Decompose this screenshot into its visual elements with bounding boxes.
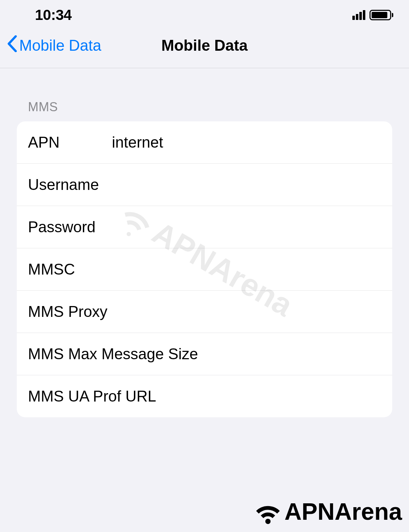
apn-row[interactable]: APN [17, 121, 392, 164]
mms-proxy-label: MMS Proxy [28, 303, 112, 320]
username-label: Username [28, 176, 112, 193]
back-label: Mobile Data [19, 37, 101, 54]
battery-icon [369, 10, 393, 20]
username-input[interactable] [112, 176, 392, 193]
apn-input[interactable] [112, 134, 392, 151]
chevron-left-icon [7, 35, 17, 55]
back-button[interactable]: Mobile Data [7, 35, 101, 55]
mmsc-label: MMSC [28, 261, 112, 278]
password-row[interactable]: Password [17, 206, 392, 248]
mms-max-size-row[interactable]: MMS Max Message Size [17, 333, 392, 375]
svg-point-0 [265, 519, 271, 524]
mms-proxy-row[interactable]: MMS Proxy [17, 291, 392, 333]
apn-label: APN [28, 134, 112, 151]
password-input[interactable] [112, 218, 392, 236]
mmsc-row[interactable]: MMSC [17, 248, 392, 291]
username-row[interactable]: Username [17, 164, 392, 206]
mms-ua-prof-row[interactable]: MMS UA Prof URL [17, 375, 392, 417]
status-bar: 10:34 [0, 0, 409, 30]
mms-max-size-label: MMS Max Message Size [28, 345, 198, 363]
mms-proxy-input[interactable] [112, 303, 392, 320]
watermark-bottom: APNArena [251, 498, 402, 525]
status-time: 10:34 [35, 7, 72, 23]
password-label: Password [28, 218, 112, 236]
cellular-signal-icon [352, 10, 365, 20]
mmsc-input[interactable] [112, 261, 392, 278]
status-icons [352, 10, 393, 20]
mms-ua-prof-label: MMS UA Prof URL [28, 388, 156, 405]
mms-settings-group: APN Username Password MMSC MMS Proxy MMS… [17, 121, 392, 417]
nav-bar: Mobile Data Mobile Data [0, 30, 409, 68]
mms-section-header: MMS [28, 100, 392, 114]
page-title: Mobile Data [162, 37, 248, 54]
content-area: APNArena MMS APN Username Password MMSC … [0, 100, 409, 417]
